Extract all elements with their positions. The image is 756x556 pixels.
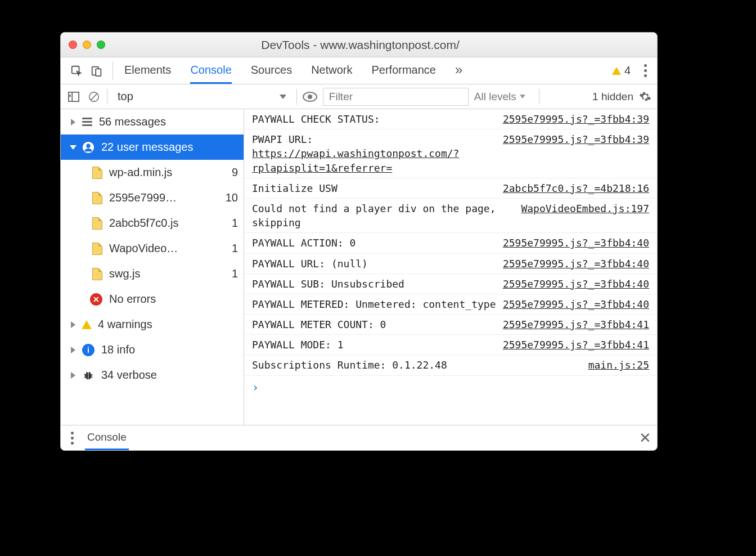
filter-input[interactable] <box>323 88 469 106</box>
titlebar: DevTools - www.washingtonpost.com/ <box>61 33 657 57</box>
devtools-window: DevTools - www.washingtonpost.com/ Eleme… <box>60 32 658 451</box>
tab-performance[interactable]: Performance <box>372 57 436 84</box>
url-link[interactable]: https://pwapi.washingtonpost.com/?rplapi… <box>252 147 459 173</box>
disclosure-triangle-icon <box>70 145 76 150</box>
toggle-sidebar-icon[interactable] <box>66 89 81 104</box>
zoom-window-button[interactable] <box>97 41 105 49</box>
file-icon <box>92 268 102 280</box>
sidebar-errors[interactable]: ✕ No errors <box>61 286 244 312</box>
console-toolbar: top All levels 1 hidden <box>61 84 657 109</box>
log-entry[interactable]: PWAPI URL: https://pwapi.washingtonpost.… <box>244 129 657 178</box>
disclosure-triangle-icon <box>71 321 75 328</box>
caret-down-icon <box>280 95 286 99</box>
source-link[interactable]: 2595e79995.js?_=3fbb4:40 <box>503 277 649 291</box>
warning-icon <box>82 320 92 329</box>
console-log-list[interactable]: PAYWALL CHECK STATUS:2595e79995.js?_=3fb… <box>244 109 657 425</box>
sidebar-info[interactable]: i 18 info <box>61 337 244 362</box>
source-link[interactable]: main.js:25 <box>588 358 649 372</box>
file-icon <box>92 217 102 230</box>
disclosure-triangle-icon <box>71 347 75 353</box>
source-link[interactable]: 2595e79995.js?_=3fbb4:40 <box>503 236 649 250</box>
sidebar-file-item[interactable]: 2595e7999… 10 <box>61 185 244 210</box>
warnings-badge[interactable]: 4 <box>612 64 631 77</box>
file-icon <box>92 192 102 204</box>
log-levels-selector[interactable]: All levels <box>474 91 525 103</box>
drawer: Console ✕ <box>61 425 657 450</box>
log-entry[interactable]: PAYWALL METERED: Unmetered: content_type… <box>244 294 657 315</box>
svg-rect-2 <box>96 69 101 76</box>
log-entry[interactable]: PAYWALL CHECK STATUS:2595e79995.js?_=3fb… <box>244 109 657 129</box>
sidebar-file-item[interactable]: wp-ad.min.js 9 <box>61 160 244 185</box>
user-icon <box>82 141 94 154</box>
file-icon <box>92 243 102 255</box>
console-main: 56 messages 22 user messages wp-ad.min.j… <box>61 109 657 425</box>
tab-console[interactable]: Console <box>190 57 231 84</box>
disclosure-triangle-icon <box>71 372 75 379</box>
close-drawer-icon[interactable]: ✕ <box>639 429 651 447</box>
source-link[interactable]: 2595e79995.js?_=3fbb4:41 <box>503 317 649 331</box>
hidden-count[interactable]: 1 hidden <box>592 91 633 103</box>
tab-sources[interactable]: Sources <box>251 57 292 84</box>
sidebar-all-messages[interactable]: 56 messages <box>61 109 244 134</box>
sidebar-file-item[interactable]: 2abcb5f7c0.js 1 <box>61 210 244 236</box>
clear-console-icon[interactable] <box>87 89 101 104</box>
warnings-count: 4 <box>624 64 631 77</box>
panel-tabbar: Elements Console Sources Network Perform… <box>61 57 657 84</box>
log-entry[interactable]: PAYWALL SUB: Unsubscribed2595e79995.js?_… <box>244 274 657 294</box>
device-toolbar-icon[interactable] <box>87 61 107 81</box>
log-entry[interactable]: PAYWALL URL: (null)2595e79995.js?_=3fbb4… <box>244 254 657 274</box>
info-icon: i <box>82 344 94 356</box>
caret-down-icon <box>520 95 525 98</box>
log-entry[interactable]: PAYWALL METER COUNT: 02595e79995.js?_=3f… <box>244 315 657 335</box>
log-entry[interactable]: Could not find a player div on the page,… <box>244 199 657 233</box>
execution-context-selector[interactable]: top <box>113 89 291 104</box>
drawer-menu-button[interactable] <box>66 428 78 448</box>
source-link[interactable]: 2595e79995.js?_=3fbb4:41 <box>503 338 649 352</box>
inspect-element-icon[interactable] <box>66 61 87 81</box>
source-link[interactable]: 2595e79995.js?_=3fbb4:40 <box>503 257 649 271</box>
sidebar-file-item[interactable]: WapoVideo… 1 <box>61 236 244 261</box>
sidebar-file-item[interactable]: swg.js 1 <box>61 261 244 286</box>
close-window-button[interactable] <box>69 41 77 49</box>
svg-line-6 <box>91 93 97 100</box>
live-expression-icon[interactable] <box>303 89 317 104</box>
sidebar-verbose[interactable]: 34 verbose <box>61 362 244 388</box>
disclosure-triangle-icon <box>71 119 75 125</box>
svg-point-8 <box>308 95 312 99</box>
bug-icon <box>82 369 94 382</box>
traffic-lights <box>69 41 105 49</box>
sidebar-warnings[interactable]: 4 warnings <box>61 312 244 337</box>
tab-elements[interactable]: Elements <box>124 57 171 84</box>
window-title: DevTools - www.washingtonpost.com/ <box>105 38 615 52</box>
console-prompt[interactable]: › <box>244 376 657 398</box>
file-icon <box>92 167 102 179</box>
console-settings-icon[interactable] <box>639 91 651 103</box>
source-link[interactable]: WapoVideoEmbed.js:197 <box>521 201 649 230</box>
source-link[interactable]: 2595e79995.js?_=3fbb4:39 <box>503 132 649 175</box>
main-tabs: Elements Console Sources Network Perform… <box>124 57 462 84</box>
error-icon: ✕ <box>90 293 102 306</box>
list-icon <box>82 118 92 126</box>
log-entry[interactable]: PAYWALL MODE: 12595e79995.js?_=3fbb4:41 <box>244 335 657 355</box>
source-link[interactable]: 2595e79995.js?_=3fbb4:40 <box>503 297 649 311</box>
sidebar-user-messages[interactable]: 22 user messages <box>61 134 244 160</box>
svg-point-10 <box>86 144 90 147</box>
minimize-window-button[interactable] <box>83 41 91 49</box>
log-entry[interactable]: PAYWALL ACTION: 02595e79995.js?_=3fbb4:4… <box>244 233 657 253</box>
source-link[interactable]: 2595e79995.js?_=3fbb4:39 <box>503 112 649 126</box>
source-link[interactable]: 2abcb5f7c0.js?_=4b218:16 <box>503 181 649 195</box>
more-tabs-button[interactable]: » <box>455 57 462 84</box>
tab-network[interactable]: Network <box>311 57 352 84</box>
warning-icon <box>612 67 621 75</box>
log-entry[interactable]: Subscriptions Runtime: 0.1.22.48main.js:… <box>244 355 657 375</box>
console-sidebar: 56 messages 22 user messages wp-ad.min.j… <box>61 109 244 425</box>
drawer-tab-console[interactable]: Console <box>85 425 129 450</box>
settings-menu-button[interactable] <box>640 61 651 80</box>
log-entry[interactable]: Initialize USW2abcb5f7c0.js?_=4b218:16 <box>244 178 657 199</box>
